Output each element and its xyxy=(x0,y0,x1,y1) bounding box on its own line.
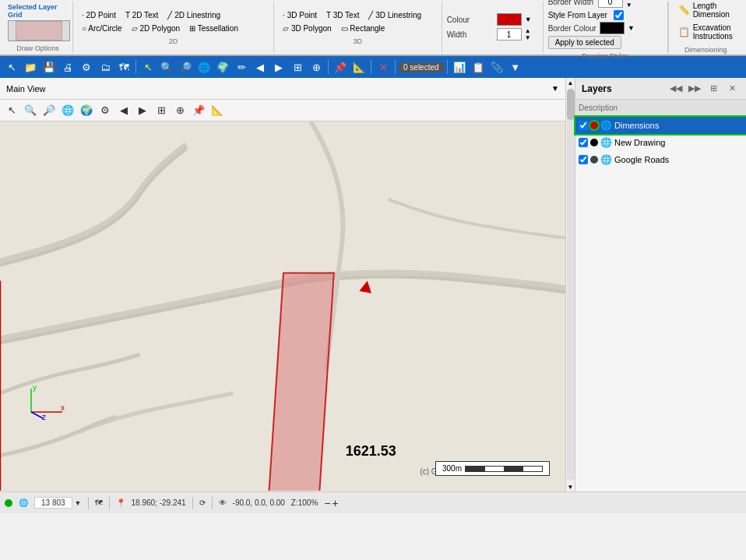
toolbar-layers-icon[interactable]: 🗂 xyxy=(97,58,114,76)
status-coords-icon: 📍 xyxy=(116,498,125,507)
view-select-btn[interactable]: ↖ xyxy=(3,102,20,119)
tool-tessellation[interactable]: ⊞ Tessellation xyxy=(185,23,242,34)
view-settings-btn[interactable]: ⚙ xyxy=(97,102,114,119)
toolbar-grid-icon[interactable]: ⊞ xyxy=(289,58,306,76)
toolbar-select-icon[interactable]: ↖ xyxy=(3,58,20,76)
tool-3d-point[interactable]: · 3D Point xyxy=(279,9,321,21)
border-style-section: Border Width ▲▼ Style From Layer Border … xyxy=(544,2,668,53)
layers-title: Layers xyxy=(582,83,665,94)
toolbar-cancel-icon[interactable]: ✕ xyxy=(375,58,392,76)
dimensioning-label: Dimensioning xyxy=(675,44,737,54)
toolbar-settings-icon[interactable]: ⚙ xyxy=(78,58,95,76)
layer-row-googleroads[interactable]: 🌐 Google Roads xyxy=(575,151,746,168)
toolbar-zoomout-icon[interactable]: 🔎 xyxy=(177,58,194,76)
border-colour-swatch[interactable] xyxy=(600,22,625,34)
colour-dropdown-icon[interactable]: ▼ xyxy=(525,16,532,23)
toolbar-pin-icon[interactable]: 📌 xyxy=(332,58,349,76)
map-container: Main View ▼ ↖ 🔍 🔎 🌐 🌍 ⚙ ◀ ▶ ⊞ ⊕ 📌 📐 xyxy=(0,78,565,491)
excavation-icon: 📋 xyxy=(678,26,690,37)
layers-close-btn[interactable]: ✕ xyxy=(724,81,740,97)
length-dimension-button[interactable]: 📏 Length Dimension xyxy=(675,1,737,19)
width-spinner[interactable]: ▲▼ xyxy=(525,27,531,41)
border-width-spinner[interactable]: ▲▼ xyxy=(626,0,632,9)
toolbar-globe2-icon[interactable]: 🌍 xyxy=(214,58,231,76)
view-zoomin-btn[interactable]: 🔍 xyxy=(22,102,39,119)
project-dropdown[interactable]: ▼ xyxy=(75,499,82,507)
apply-selected-button[interactable]: Apply to selected xyxy=(548,36,621,49)
toolbar-print-icon[interactable]: 🖨 xyxy=(59,58,76,76)
scroll-track[interactable] xyxy=(567,89,575,481)
status-zoom: Z:100% xyxy=(291,498,318,507)
view-ruler-btn[interactable]: 📐 xyxy=(209,102,226,119)
layer-row-dimensions[interactable]: 🌐 Dimensions xyxy=(575,117,746,134)
toolbar-export2-icon[interactable]: 📋 xyxy=(470,58,487,76)
3d-section-label: 3D xyxy=(279,36,437,45)
view-pin-btn[interactable]: 📌 xyxy=(190,102,207,119)
map-canvas[interactable]: 1621.53 (c) Google 300m xyxy=(0,122,565,491)
toolbar-next-icon[interactable]: ▶ xyxy=(270,58,287,76)
layer-row-newdrawing[interactable]: 🌐 New Drawing xyxy=(575,134,746,151)
scroll-down-btn[interactable]: ▼ xyxy=(566,482,575,491)
svg-text:z: z xyxy=(42,413,46,420)
toolbar-sep2 xyxy=(328,60,329,74)
status-coordinates: 18.960; -29.241 xyxy=(132,498,186,507)
view-snap-btn[interactable]: ⊕ xyxy=(171,102,188,119)
view-prev-btn[interactable]: ◀ xyxy=(115,102,132,119)
main-view-label: Main View xyxy=(6,84,46,93)
layers-nav-forward[interactable]: ▶▶ xyxy=(687,81,702,97)
map-scrollbar[interactable]: ▲ ▼ xyxy=(565,78,575,491)
svg-text:1621.53: 1621.53 xyxy=(346,443,396,459)
zoom-plus-btn[interactable]: + xyxy=(333,497,339,509)
tool-3d-text[interactable]: T 3D Text xyxy=(322,9,363,21)
layer-newdrawing-checkbox[interactable] xyxy=(579,138,588,147)
view-globe2-btn[interactable]: 🌍 xyxy=(78,102,95,119)
border-colour-dropdown[interactable]: ▼ xyxy=(628,24,635,32)
layer-googleroads-checkbox[interactable] xyxy=(579,155,588,164)
view-zoomout-btn[interactable]: 🔎 xyxy=(40,102,58,119)
scale-seg2 xyxy=(485,467,505,471)
toolbar-export3-icon[interactable]: 📎 xyxy=(488,58,505,76)
view-globe-btn[interactable]: 🌐 xyxy=(59,102,76,119)
tool-3d-polygon[interactable]: ▱ 3D Polygon xyxy=(279,23,335,34)
toolbar-folder-icon[interactable]: 📁 xyxy=(22,58,39,76)
tool-rectangle[interactable]: ▭ Rectangle xyxy=(337,23,389,34)
style-from-layer-checkbox[interactable] xyxy=(614,10,624,20)
layer-dimensions-checkbox[interactable] xyxy=(579,121,588,130)
excavation-instructions-button[interactable]: 📋 Excavation Instructions xyxy=(675,23,737,41)
scale-seg1 xyxy=(466,467,485,471)
tool-2d-text[interactable]: T 2D Text xyxy=(121,9,162,21)
toolbar-ruler-icon[interactable]: 📐 xyxy=(350,58,368,76)
toolbar-dropdown-icon[interactable]: ▼ xyxy=(507,58,524,76)
toolbar-globe-icon[interactable]: 🌐 xyxy=(195,58,213,76)
status-globe-icon: 🌐 xyxy=(19,498,28,507)
tool-arc-circle[interactable]: ○ Arc/Circle xyxy=(78,23,126,34)
toolbar-prev-icon[interactable]: ◀ xyxy=(252,58,269,76)
border-width-input[interactable] xyxy=(598,0,623,8)
colour-swatch[interactable] xyxy=(497,13,522,26)
tool-2d-linestring[interactable]: ╱ 2D Linestring xyxy=(164,9,224,21)
view-next-btn[interactable]: ▶ xyxy=(134,102,151,119)
layers-nav-back[interactable]: ◀◀ xyxy=(668,81,684,97)
scroll-up-btn[interactable]: ▲ xyxy=(566,78,575,87)
view-grid-btn[interactable]: ⊞ xyxy=(153,102,170,119)
tool-3d-linestring[interactable]: ╱ 3D Linestring xyxy=(364,9,425,21)
tool-2d-point[interactable]: · 2D Point xyxy=(78,9,120,21)
width-label: Width xyxy=(447,30,494,39)
toolbar-zoom-icon[interactable]: 🔍 xyxy=(158,58,175,76)
toolbar-save-icon[interactable]: 💾 xyxy=(40,58,58,76)
toolbar-sep3 xyxy=(371,60,371,74)
scale-seg4 xyxy=(523,467,543,471)
view-dropdown[interactable]: ▼ xyxy=(551,84,559,93)
width-input[interactable] xyxy=(497,28,522,41)
svg-text:x: x xyxy=(61,403,65,412)
toolbar-draw-icon[interactable]: ✏ xyxy=(233,58,250,76)
zoom-minus-btn[interactable]: − xyxy=(324,497,330,509)
layers-float-btn[interactable]: ⊞ xyxy=(706,81,721,97)
toolbar-cursor-icon[interactable]: ↖ xyxy=(139,58,157,76)
toolbar-snap-icon[interactable]: ⊕ xyxy=(308,58,325,76)
draw-options-label: Draw Options xyxy=(8,43,68,52)
toolbar-map-icon[interactable]: 🗺 xyxy=(115,58,132,76)
toolbar-export1-icon[interactable]: 📊 xyxy=(451,58,468,76)
scroll-thumb[interactable] xyxy=(567,89,575,120)
tool-2d-polygon[interactable]: ▱ 2D Polygon xyxy=(128,23,184,34)
